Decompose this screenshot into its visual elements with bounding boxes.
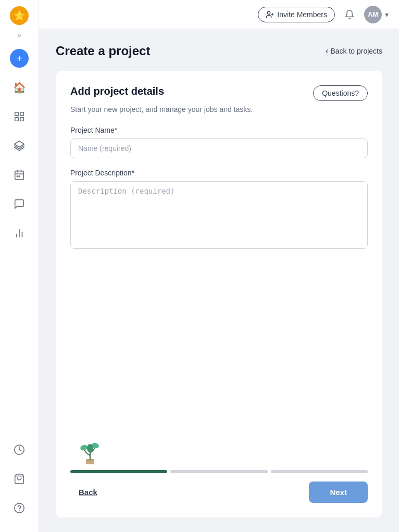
sidebar-item-home[interactable]: 🏠 [10, 78, 29, 97]
svg-point-10 [19, 176, 20, 177]
svg-rect-3 [20, 118, 23, 121]
card-header: Add project details Questions? [70, 85, 368, 101]
logo: ⭐ [10, 6, 29, 25]
topbar: Invite Members AM ▾ [39, 0, 399, 29]
card-footer: Back Next [70, 435, 368, 503]
questions-button[interactable]: Questions? [313, 85, 368, 101]
chevron-down-icon: ▾ [385, 10, 389, 19]
page: Create a project ‹ Back to projects Add … [39, 29, 399, 532]
project-description-input[interactable] [70, 181, 368, 249]
avatar: AM [364, 6, 382, 23]
svg-point-9 [17, 176, 18, 177]
svg-point-24 [80, 444, 89, 451]
svg-rect-2 [15, 118, 18, 121]
create-project-card: Add project details Questions? Start you… [56, 71, 382, 517]
chevron-left-icon: ‹ [326, 46, 328, 56]
sidebar-item-dashboard[interactable] [10, 107, 29, 126]
project-name-group: Project Name* [70, 126, 368, 158]
plant-illustration [70, 435, 368, 466]
svg-point-16 [15, 503, 24, 513]
back-button[interactable]: Back [70, 483, 106, 502]
add-button[interactable]: + [10, 49, 29, 68]
next-button[interactable]: Next [309, 482, 368, 503]
sidebar: ⭐ » + 🏠 [0, 0, 39, 532]
navigation-buttons: Back Next [70, 482, 368, 503]
svg-rect-0 [15, 112, 18, 116]
progress-bar [70, 470, 368, 473]
invite-members-button[interactable]: Invite Members [258, 7, 335, 22]
project-name-input[interactable] [70, 138, 368, 158]
sidebar-item-chat[interactable] [10, 195, 29, 213]
card-subtitle: Start your new project, and manage your … [70, 105, 368, 113]
svg-rect-1 [20, 112, 23, 116]
project-description-label: Project Description* [70, 169, 368, 177]
sidebar-bottom [10, 440, 29, 526]
progress-segment-2 [170, 470, 267, 473]
sidebar-item-basket[interactable] [10, 470, 29, 488]
project-name-label: Project Name* [70, 126, 368, 134]
expand-button[interactable]: » [12, 29, 27, 41]
card-title: Add project details [70, 85, 164, 97]
sidebar-item-clock[interactable] [10, 440, 29, 459]
project-description-group: Project Description* [70, 169, 368, 251]
sidebar-item-layers[interactable] [10, 136, 29, 155]
sidebar-nav: 🏠 [10, 78, 29, 440]
sidebar-item-help[interactable] [10, 499, 29, 517]
progress-segment-1 [70, 470, 167, 473]
invite-icon [266, 10, 274, 19]
svg-point-26 [87, 444, 93, 452]
sidebar-item-calendar[interactable] [10, 166, 29, 184]
page-title: Create a project [56, 44, 150, 58]
svg-rect-5 [15, 171, 24, 180]
user-menu[interactable]: AM ▾ [364, 6, 389, 23]
progress-segment-3 [271, 470, 368, 473]
sidebar-item-analytics[interactable] [10, 224, 29, 243]
notifications-button[interactable] [341, 6, 358, 23]
svg-point-18 [268, 11, 270, 14]
page-header: Create a project ‹ Back to projects [56, 44, 382, 58]
back-to-projects-link[interactable]: ‹ Back to projects [326, 46, 382, 56]
main-content: Invite Members AM ▾ Create a project ‹ B… [39, 0, 399, 532]
